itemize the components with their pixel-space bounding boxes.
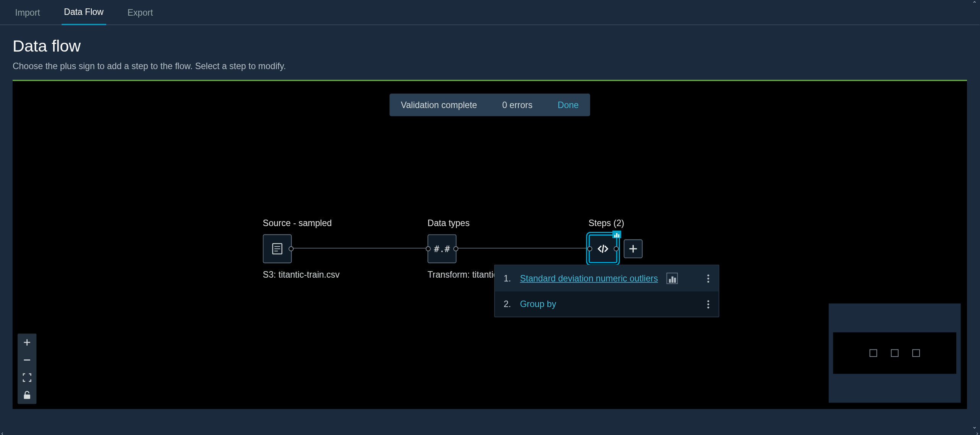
validation-toast: Validation complete 0 errors Done [389, 94, 590, 116]
node-source-label: Source - sampled [263, 218, 340, 228]
node-data-types-caption: Transform: titantic [428, 270, 498, 280]
node-data-types-label: Data types [428, 218, 498, 228]
minimap[interactable] [829, 304, 961, 403]
node-data-types-box[interactable]: #.# [428, 234, 457, 264]
chevron-right-icon[interactable]: › [976, 429, 978, 435]
minimap-node [912, 349, 920, 357]
tab-data-flow-label: Data Flow [64, 6, 104, 16]
code-icon [596, 242, 610, 256]
page-header: Data flow Choose the plus sign to add a … [0, 25, 980, 80]
chart-badge-icon [612, 231, 621, 238]
hash-icon: #.# [434, 244, 450, 254]
plus-icon [629, 244, 638, 253]
fullscreen-icon [23, 373, 31, 382]
tab-export-label: Export [127, 7, 153, 17]
lock-button[interactable] [18, 386, 36, 404]
node-data-types[interactable]: Data types #.# Transform: titantic [428, 218, 498, 280]
svg-line-6 [602, 245, 604, 253]
step-1-link[interactable]: Standard deviation numeric outliers [520, 273, 658, 283]
flow-canvas[interactable]: Validation complete 0 errors Done Source… [13, 80, 967, 409]
node-steps-label: Steps (2) [589, 218, 643, 228]
step-row-2[interactable]: 2. Group by [495, 291, 719, 317]
minimap-node [870, 349, 877, 357]
zoom-controls [18, 333, 36, 404]
step-1-menu-button[interactable] [707, 274, 710, 282]
page-subtitle: Choose the plus sign to add a step to th… [13, 61, 967, 71]
chevron-down-icon[interactable]: ⌄ [972, 423, 977, 430]
validation-errors: 0 errors [502, 100, 532, 110]
tab-bar: Import Data Flow Export [0, 0, 980, 25]
steps-popup: 1. Standard deviation numeric outliers 2… [494, 265, 719, 317]
svg-rect-12 [24, 395, 30, 399]
chevron-left-icon[interactable]: ‹ [1, 429, 3, 435]
minimap-viewport [833, 332, 956, 374]
node-source-caption: S3: titantic-train.csv [263, 270, 340, 280]
chevron-up-icon[interactable]: ⌃ [972, 0, 977, 7]
step-2-number: 2. [504, 299, 515, 309]
tab-import-label: Import [15, 7, 40, 17]
file-icon [270, 242, 284, 256]
minimap-node [891, 349, 899, 357]
tab-export[interactable]: Export [125, 0, 156, 25]
node-source[interactable]: Source - sampled S3: titantic-train.csv [263, 218, 340, 280]
lock-icon [23, 391, 31, 399]
step-2-link[interactable]: Group by [520, 299, 556, 309]
page-title: Data flow [13, 36, 967, 56]
node-steps[interactable]: Steps (2) [589, 218, 643, 263]
plus-icon [23, 339, 31, 346]
add-step-button[interactable] [624, 239, 643, 258]
tab-import[interactable]: Import [13, 0, 42, 25]
zoom-out-button[interactable] [18, 351, 36, 369]
node-steps-box[interactable] [589, 234, 618, 264]
step-row-1[interactable]: 1. Standard deviation numeric outliers [495, 265, 719, 291]
node-source-box[interactable] [263, 234, 292, 264]
step-2-menu-button[interactable] [707, 300, 710, 308]
tab-data-flow[interactable]: Data Flow [62, 0, 106, 25]
minus-icon [23, 356, 31, 364]
validation-message: Validation complete [401, 100, 477, 110]
zoom-fit-button[interactable] [18, 369, 36, 386]
zoom-in-button[interactable] [18, 333, 36, 351]
validation-done-link[interactable]: Done [558, 100, 579, 110]
step-1-number: 1. [504, 273, 515, 283]
bar-chart-icon[interactable] [667, 273, 678, 284]
horizontal-scrollbar[interactable]: ‹ › [0, 430, 980, 435]
